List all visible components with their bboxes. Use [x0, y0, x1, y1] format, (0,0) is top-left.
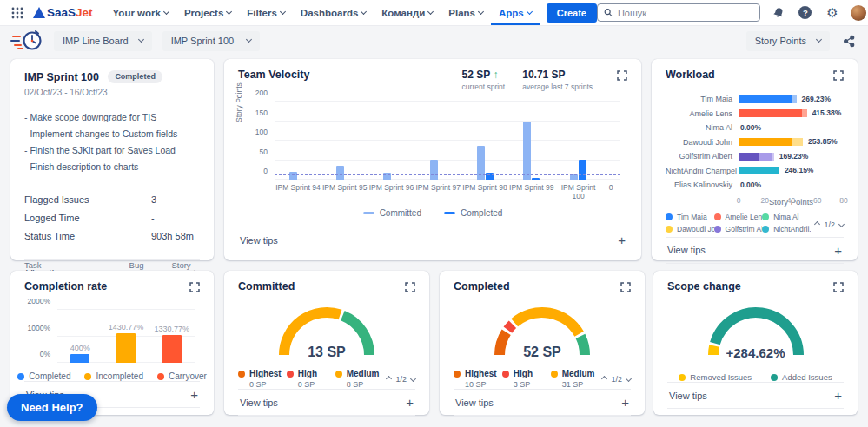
completed-card: Completed 52 SP Highest10 SPHigh3 SPMedi…: [440, 271, 645, 415]
x-tick-label: 0: [737, 196, 741, 205]
workload-percent: 169.23%: [779, 152, 809, 161]
board-dropdown[interactable]: IMP Line Board: [54, 31, 152, 51]
expand-icon[interactable]: [833, 69, 844, 84]
legend-item-carryover[interactable]: Carryover: [157, 371, 207, 381]
workload-segment: [802, 109, 807, 117]
x-tick-label: 20: [761, 196, 769, 205]
legend-item-nichtandrii-[interactable]: NichtAndrii...: [762, 225, 811, 233]
legend-item-added-issues[interactable]: Added Issues: [771, 372, 832, 382]
legend-item-nima-al[interactable]: Nima Al: [762, 213, 811, 221]
unit-dropdown[interactable]: Story Points: [746, 31, 830, 51]
view-tips-label[interactable]: View tips: [669, 391, 707, 401]
page-up-icon[interactable]: [386, 376, 392, 382]
velocity-bar-group: [555, 102, 602, 180]
expand-icon[interactable]: [189, 280, 200, 296]
nav-item-your-work[interactable]: Your work: [105, 0, 176, 25]
committed-bar: [430, 160, 438, 180]
saasjet-logo[interactable]: SaaSJet: [33, 6, 93, 19]
plus-icon[interactable]: +: [406, 396, 414, 409]
share-icon[interactable]: [840, 32, 858, 49]
legend-item-amelie-lens[interactable]: Amelie Lens: [714, 213, 763, 221]
expand-icon[interactable]: [405, 280, 415, 296]
plus-icon[interactable]: +: [190, 388, 198, 401]
page-down-icon[interactable]: [410, 376, 416, 382]
x-tick-label: 0: [601, 183, 620, 200]
expand-icon[interactable]: [620, 280, 631, 296]
legend-label: Completed: [461, 208, 502, 218]
nav-item-label: Apps: [499, 8, 524, 18]
page-down-icon[interactable]: [838, 221, 845, 227]
view-tips-label[interactable]: View tips: [240, 397, 278, 408]
legend-item-committed[interactable]: Committed: [363, 208, 421, 218]
need-help-button[interactable]: Need Help?: [7, 394, 97, 421]
velocity-bar-group: [508, 102, 555, 180]
expand-icon[interactable]: [833, 280, 844, 296]
plus-icon[interactable]: +: [621, 396, 629, 409]
page-up-icon[interactable]: [814, 221, 820, 227]
legend-dot: [762, 214, 769, 220]
legend-item-golfstrim-al-[interactable]: Golfstrim Al...: [714, 225, 763, 233]
view-tips-label[interactable]: View tips: [455, 397, 494, 408]
page-indicator: 1/2: [611, 375, 622, 384]
completion-rate-legend: CompletedIncompletedCarryover: [24, 371, 200, 381]
workload-segment: [739, 167, 779, 174]
committed-card: Committed 13 SP Highest0 SPHigh0 SPMediu…: [224, 271, 429, 415]
nav-item-команди[interactable]: Команди: [374, 0, 441, 25]
legend-item-high[interactable]: High0 SP: [287, 369, 335, 389]
nav-item-apps[interactable]: Apps: [491, 0, 540, 25]
legend-item-completed[interactable]: Completed: [444, 208, 502, 218]
logo-text-saas: SaaS: [47, 6, 76, 19]
nav-item-projects[interactable]: Projects: [176, 0, 239, 25]
y-tick-label: 2000%: [28, 297, 50, 305]
x-tick-label: 60: [813, 196, 821, 205]
legend-item-incompleted[interactable]: Incompleted: [84, 371, 142, 381]
legend-item-high[interactable]: High3 SP: [502, 369, 551, 389]
nav-item-dashboards[interactable]: Dashboards: [293, 0, 374, 25]
legend-item-completed[interactable]: Completed: [17, 371, 70, 381]
app-switcher-icon[interactable]: [9, 4, 26, 22]
chevron-down-icon: [527, 8, 533, 14]
x-tick-label: IPM Sprint 96: [368, 183, 415, 200]
help-icon[interactable]: ?: [797, 4, 814, 22]
velocity-plot: 050100150200: [275, 102, 620, 180]
notifications-icon[interactable]: [770, 4, 787, 22]
chevron-down-icon: [478, 8, 484, 14]
legend-value: 10 SP: [465, 380, 502, 389]
legend-dot: [762, 226, 769, 233]
workload-segment: [739, 95, 792, 103]
legend-item-dawoudi-john[interactable]: Dawoudi John: [666, 225, 714, 233]
nav-item-label: Команди: [381, 8, 425, 18]
page-down-icon[interactable]: [626, 376, 632, 382]
nav-item-filters[interactable]: Filters: [239, 0, 293, 25]
nav-item-plans[interactable]: Plans: [441, 0, 491, 25]
sprint-dropdown[interactable]: IMP Sprint 100: [162, 31, 260, 51]
search-input[interactable]: [618, 8, 753, 18]
page-up-icon[interactable]: [601, 376, 607, 382]
search-box[interactable]: [597, 3, 760, 22]
legend-item-medium[interactable]: Medium8 SP: [335, 369, 384, 389]
legend-item-removed-issues[interactable]: Removed Issues: [679, 372, 752, 382]
legend-dot: [502, 371, 509, 378]
user-avatar[interactable]: [851, 5, 866, 21]
gauge-segment: [507, 325, 513, 330]
legend-item-highest[interactable]: Highest0 SP: [238, 369, 287, 389]
expand-icon[interactable]: [617, 69, 627, 84]
sprint-goals: - Make scope downgrade for TIS - Impleme…: [24, 106, 200, 178]
plus-icon[interactable]: +: [834, 244, 842, 257]
settings-gear-icon[interactable]: ⚙: [824, 4, 841, 22]
legend-item-head: Highest: [238, 369, 287, 378]
plus-icon[interactable]: +: [618, 233, 626, 246]
legend-item-tim-maia[interactable]: Tim Maia: [666, 213, 714, 221]
view-tips-label[interactable]: View tips: [240, 235, 278, 246]
create-button[interactable]: Create: [547, 3, 597, 23]
plus-icon[interactable]: +: [834, 389, 842, 402]
legend-value: 3 SP: [514, 380, 551, 389]
view-tips-label[interactable]: View tips: [667, 245, 706, 255]
legend-item-highest[interactable]: Highest10 SP: [454, 369, 502, 389]
workload-title: Workload: [666, 69, 715, 81]
completion-rate-plot: 0%1000%2000%400%1430.77%1330.77%: [57, 310, 195, 363]
y-tick-label: 0%: [40, 350, 50, 358]
committed-bar: [523, 122, 531, 180]
legend-dot: [157, 373, 164, 380]
legend-item-medium[interactable]: Medium31 SP: [551, 369, 600, 389]
